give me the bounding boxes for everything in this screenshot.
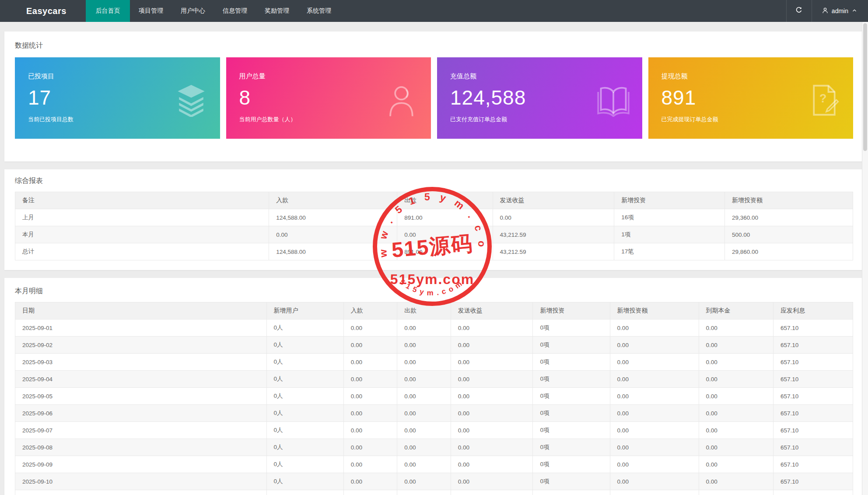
column-header: 发送收益	[451, 302, 533, 319]
table-cell: 0.00	[699, 473, 773, 490]
table-cell: 0.00	[269, 226, 397, 243]
stat-card-total-users[interactable]: 用户总量 8 当前用户总数量（人）	[226, 57, 431, 139]
report-panel-title: 综合报表	[15, 176, 853, 186]
table-row: 2025-09-040人0.000.000.000项0.000.00657.10	[15, 371, 853, 388]
table-row: 2025-09-050人0.000.000.000项0.000.00657.10	[15, 388, 853, 405]
layers-icon	[175, 84, 208, 117]
stat-card-total-recharge[interactable]: 充值总额 124,588 已支付充值订单总金额	[437, 57, 642, 139]
stats-panel-title: 数据统计	[15, 41, 853, 50]
table-cell: 124,588.00	[269, 243, 397, 260]
stats-panel: 数据统计 已投项目 17 当前已投项目总数	[4, 32, 864, 161]
table-cell: 0人	[266, 388, 343, 405]
detail-panel-title: 本月明细	[15, 287, 853, 296]
refresh-button[interactable]	[786, 0, 812, 22]
report-table-wrap: 备注 入款 出款 发送收益 新增投资 新增投资额 上月124,588.00891…	[15, 192, 853, 260]
table-row: 上月124,588.00891.000.0016项29,360.00	[15, 209, 853, 226]
table-cell: 2025-09-06	[15, 405, 267, 422]
table-cell: 0.00	[699, 405, 773, 422]
table-cell: 0.00	[343, 405, 397, 422]
table-cell: 0项	[533, 490, 610, 495]
table-cell: 0.00	[610, 371, 699, 388]
table-header-row: 备注 入款 出款 发送收益 新增投资 新增投资额	[15, 192, 853, 209]
table-cell: 43,212.59	[493, 226, 614, 243]
stat-card-invested-projects[interactable]: 已投项目 17 当前已投项目总数	[15, 57, 220, 139]
detail-panel: 本月明细 日期 新增用户 入款 出款 发送收益 新增投资	[4, 278, 864, 495]
table-cell: 2025-09-10	[15, 473, 267, 490]
table-cell: 0.00	[610, 439, 699, 456]
nav-tab-system[interactable]: 系统管理	[298, 0, 340, 22]
table-cell: 0.00	[343, 388, 397, 405]
user-icon	[385, 84, 419, 117]
column-header: 出款	[397, 192, 493, 209]
table-cell: 0.00	[397, 354, 451, 371]
user-menu-button[interactable]: admin	[812, 0, 868, 22]
svg-text:?: ?	[819, 92, 826, 105]
table-cell: 891.00	[397, 209, 493, 226]
column-header: 发送收益	[493, 192, 614, 209]
table-cell: 0人	[266, 405, 343, 422]
stat-cards: 已投项目 17 当前已投项目总数 用户总量 8	[15, 57, 853, 139]
table-cell: 0项	[533, 422, 610, 439]
table-cell: 16项	[614, 209, 725, 226]
table-cell: 2025-09-11	[15, 490, 267, 495]
table-cell: 657.10	[774, 473, 853, 490]
table-cell: 657.10	[774, 354, 853, 371]
table-cell: 0.00	[451, 388, 533, 405]
table-cell: 0项	[533, 456, 610, 473]
table-cell: 0.00	[699, 422, 773, 439]
table-cell: 0.00	[343, 354, 397, 371]
table-cell: 43,212.59	[493, 243, 614, 260]
table-cell: 657.10	[774, 319, 853, 337]
column-header: 应发利息	[774, 302, 853, 319]
table-row: 2025-09-110人0.000.000.000项0.000.00657.10	[15, 490, 853, 495]
table-cell: 0.00	[610, 473, 699, 490]
table-cell: 0.00	[493, 209, 614, 226]
vertical-scrollbar[interactable]	[862, 22, 868, 495]
card-label: 提现总额	[662, 72, 840, 81]
table-cell: 0项	[533, 354, 610, 371]
table-cell: 0项	[533, 388, 610, 405]
table-cell: 0.00	[397, 226, 493, 243]
user-icon	[822, 7, 829, 15]
table-cell: 总计	[15, 243, 269, 260]
table-cell: 上月	[15, 209, 269, 226]
nav-tab-rewards[interactable]: 奖励管理	[256, 0, 298, 22]
table-cell: 0.00	[699, 354, 773, 371]
table-cell: 0.00	[397, 405, 451, 422]
table-cell: 0人	[266, 439, 343, 456]
table-cell: 0项	[533, 405, 610, 422]
table-cell: 0.00	[397, 439, 451, 456]
table-cell: 0.00	[610, 422, 699, 439]
stat-card-total-withdraw[interactable]: 提现总额 891 已完成提现订单总金额 ?	[648, 57, 854, 139]
nav-tab-users[interactable]: 用户中心	[172, 0, 214, 22]
table-cell: 0.00	[699, 456, 773, 473]
table-cell: 0人	[266, 354, 343, 371]
nav-tab-dashboard[interactable]: 后台首页	[86, 0, 130, 22]
table-cell: 0.00	[397, 422, 451, 439]
table-cell: 2025-09-05	[15, 388, 267, 405]
username-label: admin	[832, 7, 848, 14]
table-cell: 0.00	[610, 456, 699, 473]
column-header: 入款	[343, 302, 397, 319]
table-cell: 0.00	[343, 319, 397, 337]
table-row: 2025-09-020人0.000.000.000项0.000.00657.10	[15, 337, 853, 354]
card-label: 充值总额	[450, 72, 629, 81]
table-cell: 2025-09-02	[15, 337, 267, 354]
table-cell: 0.00	[343, 456, 397, 473]
table-row: 2025-09-090人0.000.000.000项0.000.00657.10	[15, 456, 853, 473]
table-cell: 0.00	[451, 319, 533, 337]
table-cell: 0.00	[451, 371, 533, 388]
scrollbar-thumb[interactable]	[863, 23, 867, 151]
table-cell: 0.00	[610, 319, 699, 337]
table-row: 2025-09-060人0.000.000.000项0.000.00657.10	[15, 405, 853, 422]
table-cell: 0.00	[397, 388, 451, 405]
nav-tab-info[interactable]: 信息管理	[214, 0, 256, 22]
chevron-up-icon	[851, 7, 858, 15]
table-cell: 657.10	[774, 490, 853, 495]
table-cell: 0人	[266, 422, 343, 439]
table-cell: 2025-09-04	[15, 371, 267, 388]
table-cell: 0人	[266, 337, 343, 354]
nav-tab-projects[interactable]: 项目管理	[130, 0, 172, 22]
table-cell: 0.00	[610, 354, 699, 371]
table-cell: 0.00	[397, 371, 451, 388]
